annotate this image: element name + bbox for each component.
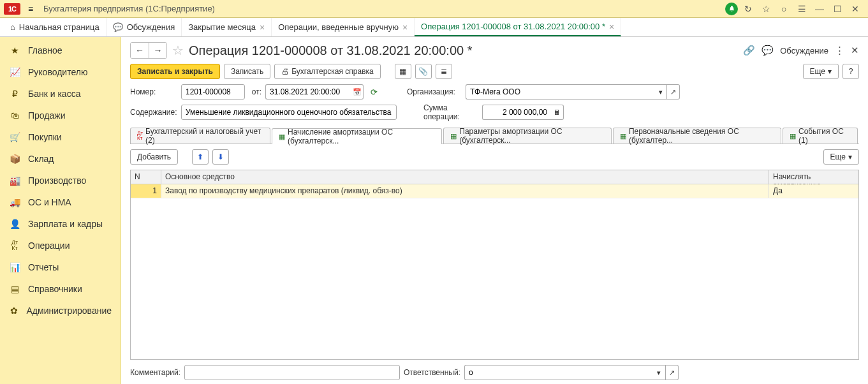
more-button[interactable]: Еще ▾ bbox=[803, 64, 839, 79]
factory-icon: 🏭 bbox=[9, 175, 20, 186]
sidebar-label: Руководителю bbox=[28, 67, 87, 77]
content-input[interactable] bbox=[181, 105, 397, 120]
subtab-amortization-params[interactable]: ▦Параметры амортизации ОС (бухгалтерск..… bbox=[443, 128, 612, 144]
open-icon[interactable]: ↗ bbox=[666, 365, 679, 380]
close-icon[interactable]: × bbox=[260, 22, 265, 33]
discuss-label[interactable]: Обсуждение bbox=[780, 46, 828, 55]
subtab-initial-info[interactable]: ▦Первоначальные сведения ОС (бухгалтер..… bbox=[613, 128, 781, 144]
sum-input[interactable] bbox=[482, 105, 551, 120]
bag-icon: 🛍 bbox=[9, 110, 20, 121]
main-panel: ← → ☆ Операция 1201-000008 от 31.08.2021… bbox=[121, 37, 868, 384]
number-label: Номер: bbox=[130, 87, 177, 96]
history-icon[interactable]: ↻ bbox=[740, 3, 756, 15]
sidebar-os-nma[interactable]: 🚚ОС и НМА bbox=[0, 191, 121, 213]
tab-label: Операция 1201-000008 от 31.08.2021 20:00… bbox=[421, 22, 605, 31]
save-button[interactable]: Записать bbox=[224, 64, 270, 79]
cell-n: 1 bbox=[131, 184, 161, 198]
tab-home[interactable]: ⌂Начальная страница bbox=[4, 18, 107, 36]
sidebar-production[interactable]: 🏭Производство bbox=[0, 170, 121, 191]
sub-tabs: ДтКтБухгалтерский и налоговый учет (2) ▦… bbox=[130, 128, 859, 144]
calculator-icon[interactable]: 🖩 bbox=[551, 105, 564, 120]
cell-amort: Да bbox=[769, 184, 858, 198]
sidebar-operations[interactable]: ДтКтОперации bbox=[0, 235, 121, 256]
sidebar-label: Продажи bbox=[28, 110, 65, 121]
sidebar-bank[interactable]: ₽Банк и касса bbox=[0, 83, 121, 105]
tab-closing[interactable]: Закрытие месяца× bbox=[182, 18, 272, 36]
col-main[interactable]: Основное средство bbox=[161, 170, 769, 184]
close-panel-icon[interactable]: ✕ bbox=[851, 45, 859, 56]
back-button[interactable]: ← bbox=[131, 43, 149, 58]
favorite-star-icon[interactable]: ☆ bbox=[172, 43, 184, 58]
link-icon[interactable]: 🔗 bbox=[743, 45, 755, 56]
subtab-accounting[interactable]: ДтКтБухгалтерский и налоговый учет (2) bbox=[130, 128, 270, 144]
kebab-icon[interactable]: ⋮ bbox=[835, 45, 844, 56]
help-button[interactable]: ? bbox=[842, 64, 859, 79]
sidebar-warehouse[interactable]: 📦Склад bbox=[0, 148, 121, 170]
subtab-amortization-calc[interactable]: ▦Начисление амортизации ОС (бухгалтерск.… bbox=[272, 128, 442, 144]
move-down-button[interactable]: ⬇ bbox=[212, 149, 229, 165]
open-icon[interactable]: ↗ bbox=[667, 84, 680, 100]
tab-label: Операции, введенные вручную bbox=[278, 22, 399, 32]
list-button[interactable]: ≣ bbox=[436, 64, 452, 79]
table: N Основное средство Начислять амортизаци… bbox=[130, 170, 859, 360]
responsible-label: Ответственный: bbox=[404, 368, 460, 377]
sidebar-reports[interactable]: 📊Отчеты bbox=[0, 256, 121, 278]
tab-label: Начальная страница bbox=[19, 22, 99, 32]
col-amort[interactable]: Начислять амортизацию bbox=[769, 170, 858, 184]
filter-icon[interactable]: ☰ bbox=[794, 3, 809, 15]
refresh-date-icon[interactable]: ⟳ bbox=[367, 84, 380, 100]
sidebar-label: Отчеты bbox=[28, 262, 59, 272]
sidebar-sales[interactable]: 🛍Продажи bbox=[0, 105, 121, 126]
forward-button[interactable]: → bbox=[149, 43, 166, 58]
sidebar-manager[interactable]: 📈Руководителю bbox=[0, 61, 121, 83]
circle-icon[interactable]: ○ bbox=[776, 3, 791, 15]
bell-icon[interactable] bbox=[725, 3, 738, 15]
register-button[interactable]: ▦ bbox=[395, 64, 411, 79]
sidebar-label: Банк и касса bbox=[28, 89, 80, 99]
save-close-button[interactable]: Записать и закрыть bbox=[130, 64, 220, 79]
close-icon[interactable]: × bbox=[609, 22, 614, 32]
date-field: 📅 bbox=[265, 84, 364, 100]
add-button[interactable]: Добавить bbox=[130, 149, 178, 165]
tab-discussions[interactable]: 💬Обсуждения bbox=[107, 18, 182, 36]
discuss-icon[interactable]: 💬 bbox=[761, 45, 774, 56]
print-button[interactable]: 🖨Бухгалтерская справка bbox=[274, 64, 381, 79]
calendar-icon[interactable]: 📅 bbox=[351, 84, 364, 100]
comment-input[interactable] bbox=[184, 365, 400, 380]
table-row[interactable]: 1 Завод по производству медицинских преп… bbox=[131, 184, 858, 198]
logo-1c: 1C bbox=[4, 3, 20, 15]
org-input[interactable] bbox=[466, 84, 654, 100]
book-icon: ▤ bbox=[9, 284, 20, 294]
cell-main: Завод по производству медицинских препар… bbox=[161, 184, 769, 198]
close-window-icon[interactable]: ✕ bbox=[848, 3, 863, 15]
tab-operations-manual[interactable]: Операции, введенные вручную× bbox=[272, 18, 415, 36]
dropdown-icon[interactable]: ▾ bbox=[654, 84, 667, 100]
sidebar-salary[interactable]: 👤Зарплата и кадры bbox=[0, 213, 121, 235]
star-icon[interactable]: ☆ bbox=[758, 3, 774, 15]
table-toolbar: Добавить ⬆ ⬇ Еще ▾ bbox=[130, 144, 859, 170]
tab-operation[interactable]: Операция 1201-000008 от 31.08.2021 20:00… bbox=[415, 18, 621, 36]
move-up-button[interactable]: ⬆ bbox=[192, 149, 209, 165]
close-icon[interactable]: × bbox=[402, 22, 408, 33]
sidebar-main[interactable]: ★Главное bbox=[0, 40, 121, 61]
minimize-icon[interactable]: — bbox=[812, 3, 827, 15]
responsible-input[interactable] bbox=[464, 365, 653, 380]
page-header: ← → ☆ Операция 1201-000008 от 31.08.2021… bbox=[130, 42, 859, 59]
sidebar-admin[interactable]: ✿Администрирование bbox=[0, 300, 121, 321]
menu-icon[interactable]: ≡ bbox=[24, 4, 37, 14]
sidebar-purchases[interactable]: 🛒Покупки bbox=[0, 126, 121, 148]
person-icon: 👤 bbox=[9, 219, 20, 229]
dropdown-icon[interactable]: ▾ bbox=[653, 365, 666, 380]
sidebar-catalogs[interactable]: ▤Справочники bbox=[0, 278, 121, 300]
number-input[interactable] bbox=[181, 84, 245, 100]
table-icon: ▦ bbox=[620, 132, 626, 140]
col-n[interactable]: N bbox=[131, 170, 161, 184]
subtab-events[interactable]: ▦События ОС (1) bbox=[783, 128, 858, 144]
title-bar: 1C ≡ Бухгалтерия предприятия (1С:Предпри… bbox=[0, 0, 868, 18]
attach-button[interactable]: 📎 bbox=[415, 64, 432, 79]
maximize-icon[interactable]: ☐ bbox=[830, 3, 845, 15]
date-input[interactable] bbox=[265, 84, 351, 100]
tab-label: Закрытие месяца bbox=[188, 22, 256, 32]
table-more-button[interactable]: Еще ▾ bbox=[823, 149, 859, 165]
truck-icon: 🚚 bbox=[9, 197, 20, 207]
